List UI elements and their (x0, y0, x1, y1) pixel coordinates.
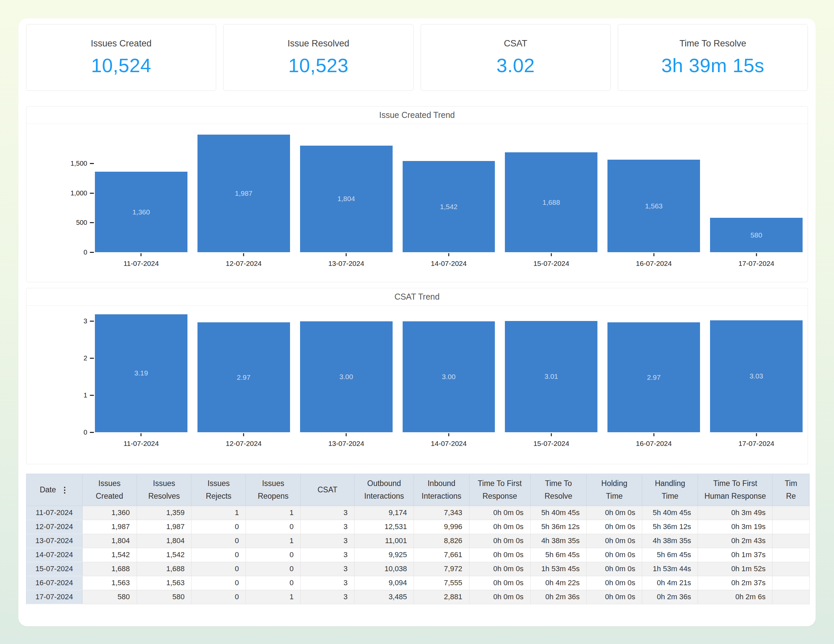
column-header[interactable]: Time ToResolve (530, 474, 587, 506)
y-tick-label: 1,500 (71, 160, 87, 167)
data-cell: 11,001 (354, 534, 414, 548)
data-cell: 0h 2m 37s (698, 576, 773, 590)
bar[interactable]: 1,542 (402, 161, 495, 252)
bar-value-label: 3.19 (134, 369, 148, 377)
column-header[interactable]: Date⋮ (26, 474, 82, 506)
column-header[interactable]: TimRe (773, 474, 810, 506)
bar[interactable]: 3.03 (710, 320, 803, 432)
data-cell: 3 (301, 506, 354, 520)
data-cell: 1,359 (137, 506, 191, 520)
bar[interactable]: 3.19 (95, 314, 187, 432)
table-row[interactable]: 17-07-20245805800133,4852,8810h 0m 0s0h … (26, 590, 810, 604)
x-axis-date-label: 17-07-2024 (710, 440, 803, 447)
column-header[interactable]: IssuesReopens (246, 474, 301, 506)
data-cell: 9,174 (354, 506, 414, 520)
y-axis-tick: 3 (26, 317, 94, 325)
data-cell: 0h 3m 19s (698, 520, 773, 534)
y-tick-label: 0 (84, 249, 87, 256)
bar[interactable]: 3.00 (402, 321, 495, 432)
bar[interactable]: 3.01 (505, 321, 597, 432)
column-header[interactable]: IssuesRejects (191, 474, 246, 506)
x-tick-mark (346, 253, 347, 256)
bar-value-label: 1,360 (132, 208, 150, 216)
header-line1: CSAT (303, 483, 351, 496)
bar-value-label: 3.03 (750, 372, 763, 380)
bar-slot: 1,54214-07-2024 (402, 161, 495, 252)
kpi-card-issue-resolved: Issue Resolved 10,523 (223, 24, 413, 91)
table-row[interactable]: 11-07-20241,3601,3591139,1747,3430h 0m 0… (26, 506, 810, 520)
kpi-value: 3.02 (496, 54, 535, 76)
table-row[interactable]: 12-07-20241,9871,98700312,5319,9960h 0m … (26, 520, 810, 534)
data-cell: 0 (246, 520, 301, 534)
data-cell: 0h 0m 0s (587, 534, 642, 548)
bar[interactable]: 3.00 (300, 321, 393, 432)
data-cell: 0h 0m 0s (587, 506, 642, 520)
data-cell: 12,531 (354, 520, 414, 534)
header-line1: Outbound (357, 477, 411, 490)
data-cell: 0 (246, 562, 301, 576)
header-line2: Re (775, 490, 807, 502)
table-row[interactable]: 15-07-20241,6881,68800310,0387,9720h 0m … (26, 562, 810, 576)
column-header[interactable]: CSAT (301, 474, 354, 506)
data-cell: 0 (191, 534, 246, 548)
column-header[interactable]: InboundInteractions (414, 474, 469, 506)
bar[interactable]: 2.97 (197, 322, 290, 432)
column-header[interactable]: Time To FirstResponse (469, 474, 530, 506)
data-cell: 3 (301, 534, 354, 548)
column-header[interactable]: IssuesResolves (137, 474, 191, 506)
data-cell: 0h 0m 0s (469, 590, 530, 604)
bar-slot: 2.9716-07-2024 (608, 322, 700, 432)
bar[interactable]: 1,563 (608, 160, 700, 252)
header-line2: Interactions (357, 490, 411, 502)
y-tick-label: 3 (84, 317, 87, 325)
column-header[interactable]: Time To FirstHuman Response (698, 474, 773, 506)
x-axis-date-label: 11-07-2024 (95, 440, 187, 447)
header-line1: Issues (140, 477, 189, 490)
column-header[interactable]: IssuesCreated (82, 474, 137, 506)
bar-slot: 3.1911-07-2024 (95, 314, 187, 432)
data-cell (773, 520, 810, 534)
column-header[interactable]: HandlingTime (642, 474, 698, 506)
data-cell: 1,360 (82, 506, 137, 520)
date-cell: 13-07-2024 (26, 534, 82, 548)
data-cell: 8,826 (414, 534, 469, 548)
bar[interactable]: 1,804 (300, 146, 393, 252)
header-line2: Human Response (701, 490, 769, 502)
y-tick-mark (90, 432, 94, 433)
header-line1: Issues (85, 477, 134, 490)
chart-title: CSAT Trend (26, 288, 808, 306)
bar[interactable]: 1,987 (197, 135, 290, 252)
column-menu-icon[interactable]: ⋮ (61, 484, 69, 496)
bar[interactable]: 1,688 (505, 152, 597, 252)
y-tick-label: 0 (84, 429, 87, 436)
data-cell: 3 (301, 590, 354, 604)
data-cell: 1,688 (137, 562, 191, 576)
data-cell: 1 (191, 506, 246, 520)
x-tick-mark (448, 433, 449, 436)
bar[interactable]: 1,360 (95, 172, 187, 252)
table-row[interactable]: 13-07-20241,8041,80401311,0018,8260h 0m … (26, 534, 810, 548)
column-header[interactable]: OutboundInteractions (354, 474, 414, 506)
data-cell: 580 (137, 590, 191, 604)
bar[interactable]: 580 (710, 218, 803, 252)
issue-created-trend-chart: Issue Created Trend 05001,0001,5001,3601… (26, 106, 808, 282)
bar-value-label: 1,987 (235, 189, 253, 197)
x-tick-mark (653, 253, 654, 256)
table-row[interactable]: 16-07-20241,5631,5630039,0947,5550h 0m 0… (26, 576, 810, 590)
x-axis-date-label: 14-07-2024 (402, 260, 495, 268)
data-cell: 0h 0m 0s (469, 520, 530, 534)
date-cell: 11-07-2024 (26, 506, 82, 520)
y-axis-tick: 1,000 (26, 189, 94, 197)
data-cell: 5h 36m 12s (530, 520, 587, 534)
bar[interactable]: 2.97 (608, 322, 700, 432)
header-line1: Handling (645, 477, 695, 490)
data-cell: 3 (301, 520, 354, 534)
data-cell: 5h 36m 12s (642, 520, 698, 534)
table-row[interactable]: 14-07-20241,5421,5420039,9257,6610h 0m 0… (26, 548, 810, 562)
data-cell: 0h 0m 0s (587, 590, 642, 604)
kpi-card-time-to-resolve: Time To Resolve 3h 39m 15s (618, 24, 808, 91)
y-axis-tick: 1,500 (26, 160, 94, 168)
column-header[interactable]: HoldingTime (587, 474, 642, 506)
header-line2: Created (85, 490, 134, 502)
header-line1: Holding (590, 477, 639, 490)
